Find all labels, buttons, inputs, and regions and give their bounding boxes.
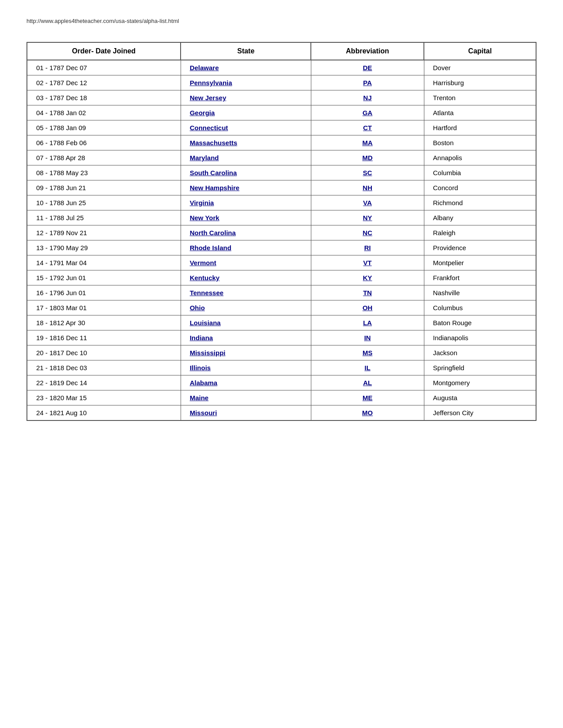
cell-state[interactable]: Ohio (181, 300, 311, 315)
cell-abbreviation[interactable]: MA (311, 135, 424, 150)
cell-abbreviation[interactable]: RI (311, 240, 424, 255)
abbreviation-link[interactable]: DE (363, 64, 372, 71)
state-link[interactable]: Mississippi (190, 349, 226, 356)
cell-state[interactable]: Virginia (181, 195, 311, 210)
abbreviation-link[interactable]: MA (363, 139, 373, 146)
state-link[interactable]: New Hampshire (190, 184, 240, 191)
cell-state[interactable]: Alabama (181, 375, 311, 390)
cell-abbreviation[interactable]: GA (311, 105, 424, 120)
abbreviation-link[interactable]: AL (363, 379, 372, 387)
abbreviation-link[interactable]: GA (363, 109, 373, 116)
abbreviation-link[interactable]: MO (362, 409, 373, 417)
cell-state[interactable]: Missouri (181, 405, 311, 421)
abbreviation-link[interactable]: VT (363, 259, 372, 266)
cell-abbreviation[interactable]: OH (311, 300, 424, 315)
cell-state[interactable]: New Jersey (181, 90, 311, 105)
cell-abbreviation[interactable]: CT (311, 120, 424, 135)
state-link[interactable]: Rhode Island (190, 244, 231, 251)
cell-abbreviation[interactable]: NC (311, 225, 424, 240)
cell-abbreviation[interactable]: IL (311, 360, 424, 375)
cell-abbreviation[interactable]: SC (311, 165, 424, 180)
abbreviation-link[interactable]: VA (363, 199, 372, 206)
abbreviation-link[interactable]: LA (363, 319, 372, 326)
cell-state[interactable]: Kentucky (181, 270, 311, 285)
state-link[interactable]: North Carolina (190, 229, 236, 236)
cell-abbreviation[interactable]: LA (311, 315, 424, 330)
cell-abbreviation[interactable]: IN (311, 330, 424, 345)
abbreviation-link[interactable]: RI (364, 244, 371, 251)
abbreviation-link[interactable]: IN (364, 334, 371, 341)
state-link[interactable]: Alabama (190, 379, 218, 387)
cell-state[interactable]: Indiana (181, 330, 311, 345)
cell-abbreviation[interactable]: KY (311, 270, 424, 285)
abbreviation-link[interactable]: CT (363, 124, 372, 131)
cell-state[interactable]: Massachusetts (181, 135, 311, 150)
abbreviation-link[interactable]: PA (363, 79, 372, 86)
cell-capital: Richmond (424, 195, 536, 210)
abbreviation-link[interactable]: KY (363, 274, 372, 281)
state-link[interactable]: Ohio (190, 304, 205, 311)
cell-state[interactable]: Illinois (181, 360, 311, 375)
cell-abbreviation[interactable]: PA (311, 75, 424, 90)
cell-state[interactable]: New Hampshire (181, 180, 311, 195)
cell-abbreviation[interactable]: NH (311, 180, 424, 195)
state-link[interactable]: South Carolina (190, 169, 237, 176)
state-link[interactable]: New York (190, 214, 219, 221)
cell-state[interactable]: Tennessee (181, 285, 311, 300)
state-link[interactable]: Virginia (190, 199, 214, 206)
cell-capital: Albany (424, 210, 536, 225)
abbreviation-link[interactable]: SC (363, 169, 372, 176)
abbreviation-link[interactable]: NJ (363, 94, 372, 101)
cell-state[interactable]: New York (181, 210, 311, 225)
state-link[interactable]: Maryland (190, 154, 219, 161)
cell-abbreviation[interactable]: ME (311, 390, 424, 405)
cell-state[interactable]: Rhode Island (181, 240, 311, 255)
cell-abbreviation[interactable]: NY (311, 210, 424, 225)
state-link[interactable]: Pennsylvania (190, 79, 232, 86)
cell-state[interactable]: North Carolina (181, 225, 311, 240)
cell-abbreviation[interactable]: AL (311, 375, 424, 390)
state-link[interactable]: Georgia (190, 109, 215, 116)
cell-abbreviation[interactable]: NJ (311, 90, 424, 105)
state-link[interactable]: Maine (190, 394, 209, 402)
state-link[interactable]: Connecticut (190, 124, 228, 131)
state-link[interactable]: Illinois (190, 364, 211, 372)
cell-abbreviation[interactable]: DE (311, 60, 424, 75)
cell-state[interactable]: Connecticut (181, 120, 311, 135)
abbreviation-link[interactable]: NH (363, 184, 372, 191)
cell-state[interactable]: Georgia (181, 105, 311, 120)
cell-state[interactable]: South Carolina (181, 165, 311, 180)
cell-abbreviation[interactable]: TN (311, 285, 424, 300)
cell-state[interactable]: Maryland (181, 150, 311, 165)
cell-state[interactable]: Pennsylvania (181, 75, 311, 90)
state-link[interactable]: Vermont (190, 259, 216, 266)
cell-abbreviation[interactable]: MO (311, 405, 424, 421)
cell-order: 08 - 1788 May 23 (27, 165, 181, 180)
abbreviation-link[interactable]: TN (363, 289, 372, 296)
cell-state[interactable]: Delaware (181, 60, 311, 75)
state-link[interactable]: Indiana (190, 334, 213, 341)
cell-abbreviation[interactable]: MS (311, 345, 424, 360)
state-link[interactable]: Delaware (190, 64, 219, 71)
state-link[interactable]: Louisiana (190, 319, 221, 326)
abbreviation-link[interactable]: NY (363, 214, 372, 221)
abbreviation-link[interactable]: ME (363, 394, 373, 402)
cell-state[interactable]: Louisiana (181, 315, 311, 330)
abbreviation-link[interactable]: NC (363, 229, 372, 236)
state-link[interactable]: Kentucky (190, 274, 220, 281)
abbreviation-link[interactable]: IL (365, 364, 370, 372)
cell-abbreviation[interactable]: VA (311, 195, 424, 210)
state-link[interactable]: Tennessee (190, 289, 223, 296)
cell-state[interactable]: Vermont (181, 255, 311, 270)
cell-abbreviation[interactable]: VT (311, 255, 424, 270)
state-link[interactable]: Massachusetts (190, 139, 238, 146)
cell-state[interactable]: Mississippi (181, 345, 311, 360)
state-link[interactable]: New Jersey (190, 94, 227, 101)
abbreviation-link[interactable]: OH (363, 304, 373, 311)
abbreviation-link[interactable]: MS (363, 349, 373, 356)
cell-abbreviation[interactable]: MD (311, 150, 424, 165)
abbreviation-link[interactable]: MD (363, 154, 373, 161)
cell-capital: Baton Rouge (424, 315, 536, 330)
state-link[interactable]: Missouri (190, 409, 217, 417)
cell-state[interactable]: Maine (181, 390, 311, 405)
